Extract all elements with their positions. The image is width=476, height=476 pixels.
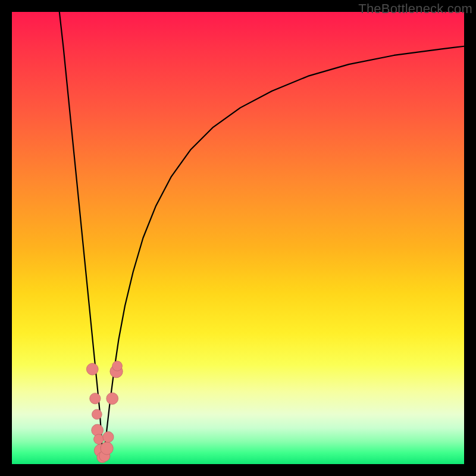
data-dot — [94, 434, 104, 444]
data-dot — [86, 364, 98, 375]
data-dot — [101, 442, 113, 455]
data-dot — [107, 393, 118, 405]
data-dot — [92, 409, 102, 419]
data-dot — [103, 431, 114, 442]
data-dot — [112, 361, 123, 371]
bottleneck-curve — [60, 12, 464, 462]
curve-layer — [12, 12, 464, 464]
plot-area — [12, 12, 464, 464]
outer-frame: TheBottleneck.com — [0, 0, 476, 476]
data-dot — [90, 393, 101, 404]
data-dots — [86, 361, 123, 463]
watermark-text: TheBottleneck.com — [358, 1, 472, 17]
